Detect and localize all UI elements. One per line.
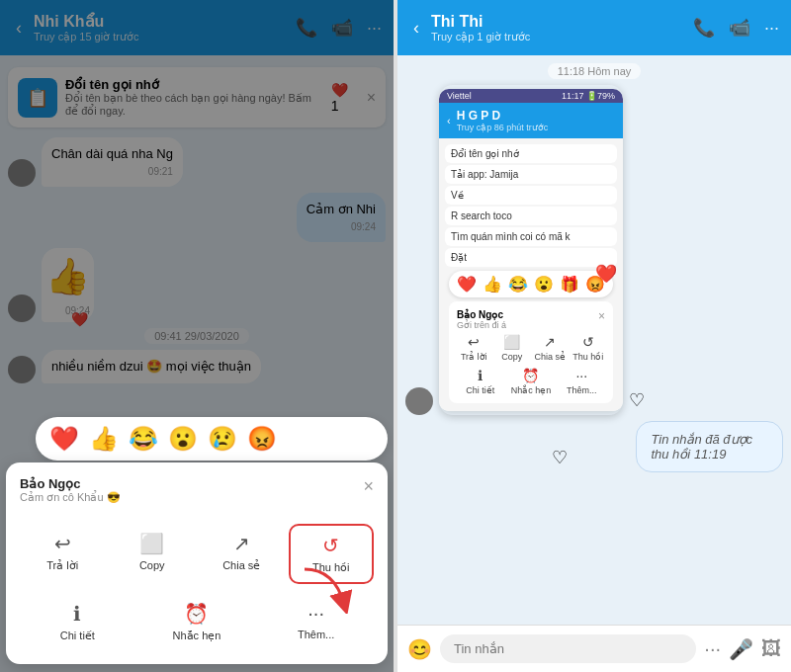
nested-notif-1: Đổi tên gọi nhớ — [445, 144, 617, 163]
nested-detail-icon: ℹ — [478, 368, 483, 383]
context-name: Bảo Ngọc — [20, 476, 121, 491]
nested-recall-icon: ↺ — [582, 334, 594, 350]
message-input[interactable] — [440, 634, 696, 663]
nested-status-bar: Viettel 11:17 🔋79% — [439, 89, 623, 103]
nested-body: Đổi tên gọi nhớ Tải app: Jamija Về R sea… — [439, 138, 623, 411]
nested-ctx-close: × — [598, 309, 605, 330]
share-icon: ↗ — [233, 532, 250, 555]
detail-label: Chi tiết — [60, 630, 95, 642]
nested-screenshot: Viettel 11:17 🔋79% ‹ H G P D Truy cập 86… — [439, 89, 623, 411]
emoji-button[interactable]: 😊 — [407, 637, 432, 661]
emoji-laugh[interactable]: 😂 — [129, 425, 158, 453]
right-contact-name: Thi Thi — [431, 13, 685, 31]
nested-emoji-5: 🎁 — [560, 275, 579, 294]
context-menu: Bảo Ngọc Cảm ơn cô Khẩu 😎 × ↩ Trả lời ⬜ … — [6, 462, 388, 664]
right-heart-icon: ♡ — [629, 389, 645, 411]
right-header-info: Thi Thi Truy cập 1 giờ trước — [431, 13, 685, 43]
right-heart-icon-2: ♡ — [552, 447, 568, 468]
nested-remind-icon: ⏰ — [522, 368, 539, 383]
nested-reply-btn: ↩ Trả lời — [457, 334, 491, 362]
emoji-wow[interactable]: 😮 — [168, 425, 198, 453]
nested-contact-info: H G P D Truy cập 86 phút trước — [457, 109, 549, 132]
emoji-angry[interactable]: 😡 — [247, 425, 277, 453]
nested-ctx-actions: ↩ Trả lời ⬜ Copy ↗ Chia sẻ — [457, 334, 605, 362]
nested-ctx-name: Bảo Ngọc — [457, 309, 506, 320]
nested-share-btn: ↗ Chia sẻ — [533, 334, 568, 362]
nested-reply-icon: ↩ — [468, 334, 480, 350]
nested-back: ‹ — [447, 115, 451, 126]
remind-label: Nhắc hẹn — [173, 630, 221, 642]
context-close-button[interactable]: × — [363, 476, 374, 497]
more-button[interactable]: ··· Thêm... — [258, 594, 374, 650]
nested-notif-3: Về — [445, 186, 617, 205]
left-chat-panel: ‹ Nhi Khẩu Truy cập 15 giờ trước 📞 📹 ···… — [0, 0, 394, 672]
nested-detail-label: Chi tiết — [466, 385, 494, 395]
nested-contact-status: Truy cập 86 phút trước — [457, 123, 549, 132]
right-chat-body: 11:18 Hôm nay Viettel 11:17 🔋79% ‹ — [397, 55, 791, 625]
share-label: Chia sẻ — [222, 559, 260, 572]
reply-button[interactable]: ↩ Trả lời — [20, 524, 106, 584]
right-video-icon[interactable]: 📹 — [729, 17, 750, 39]
right-avatar-left — [405, 387, 433, 415]
right-more-icon[interactable]: ··· — [764, 18, 779, 39]
right-contact-status: Truy cập 1 giờ trước — [431, 31, 685, 43]
dots-icon[interactable]: ··· — [704, 637, 721, 660]
nested-copy-btn: ⬜ Copy — [495, 334, 530, 362]
recalled-time: 11:19 — [694, 447, 727, 462]
share-button[interactable]: ↗ Chia sẻ — [199, 524, 285, 584]
nested-more-label: Thêm... — [567, 385, 597, 395]
right-input-bar: 😊 ··· 🎤 🖼 — [397, 625, 791, 672]
nested-remind-btn: ⏰ Nhắc hẹn — [507, 368, 554, 395]
nested-detail-btn: ℹ Chi tiết — [457, 368, 503, 395]
nested-notif-5: Tìm quán mình coi có mã k — [445, 227, 617, 246]
mic-icon[interactable]: 🎤 — [729, 637, 753, 661]
nested-contact-name: H G P D — [457, 109, 549, 123]
image-icon[interactable]: 🖼 — [761, 637, 781, 660]
emoji-reaction-bar[interactable]: ❤️ 👍 😂 😮 😢 😡 — [36, 417, 388, 461]
nested-reply-label: Trả lời — [461, 352, 487, 362]
nested-emoji-bar: ❤️ 👍 😂 😮 🎁 😡 ❤️ — [449, 271, 613, 297]
nested-recall-label: Thu hồi — [572, 352, 603, 362]
recall-icon: ↺ — [322, 534, 339, 557]
nested-emoji-3: 😂 — [508, 275, 528, 294]
recalled-message-row: Tin nhắn đã được thu hồi 11:19 ♡ — [405, 421, 783, 472]
nested-share-icon: ↗ — [544, 334, 556, 350]
right-back-button[interactable]: ‹ — [409, 16, 423, 41]
right-header: ‹ Thi Thi Truy cập 1 giờ trước 📞 📹 ··· — [397, 0, 791, 55]
right-date-separator: 11:18 Hôm nay — [548, 63, 642, 79]
emoji-heart[interactable]: ❤️ — [49, 425, 79, 453]
copy-icon: ⬜ — [139, 532, 164, 555]
nested-header: ‹ H G P D Truy cập 86 phút trước — [439, 103, 623, 138]
nested-notif-6: Đặt — [445, 248, 617, 267]
context-subtitle: Cảm ơn cô Khẩu 😎 — [20, 491, 121, 504]
more-icon: ··· — [308, 602, 324, 625]
copy-button[interactable]: ⬜ Copy — [110, 524, 196, 584]
right-chat-panel: ‹ Thi Thi Truy cập 1 giờ trước 📞 📹 ··· 1… — [397, 0, 791, 672]
nested-emoji-1: ❤️ — [457, 275, 477, 294]
detail-icon: ℹ — [73, 602, 81, 626]
nested-ctx-subtitle: Gởi trên đi á — [457, 320, 506, 330]
nested-time-battery: 11:17 🔋79% — [562, 91, 615, 101]
nested-share-label: Chia sẻ — [534, 352, 566, 362]
emoji-cry[interactable]: 😢 — [208, 425, 237, 453]
nested-emoji-2: 👍 — [483, 275, 502, 294]
right-call-icon[interactable]: 📞 — [693, 17, 715, 39]
remind-icon: ⏰ — [184, 602, 209, 626]
remind-button[interactable]: ⏰ Nhắc hẹn — [139, 594, 255, 650]
copy-label: Copy — [139, 559, 165, 571]
emoji-thumbs-up[interactable]: 👍 — [89, 425, 119, 453]
nested-notif-2: Tải app: Jamija — [445, 165, 617, 184]
detail-button[interactable]: ℹ Chi tiết — [20, 594, 135, 650]
nested-context-menu: Bảo Ngọc Gởi trên đi á × ↩ Trả lời — [449, 301, 613, 403]
context-secondary-row: ℹ Chi tiết ⏰ Nhắc hẹn ··· Thêm... — [20, 594, 374, 650]
nested-more-icon: ··· — [575, 368, 587, 383]
nested-recall-btn: ↺ Thu hồi — [571, 334, 606, 362]
context-actions-row: ↩ Trả lời ⬜ Copy ↗ Chia sẻ ↺ Thu hồi — [20, 524, 374, 584]
popup-container: ❤️ 👍 😂 😮 😢 😡 Bảo Ngọc Cảm ơn cô Khẩu 😎 ×… — [0, 413, 394, 672]
nested-notif-4: R search toco — [445, 207, 617, 225]
recall-button[interactable]: ↺ Thu hồi — [289, 524, 375, 584]
nested-copy-icon: ⬜ — [503, 334, 520, 350]
nested-selected-heart: ❤️ — [595, 263, 617, 285]
nested-remind-label: Nhắc hẹn — [511, 385, 552, 395]
reply-icon: ↩ — [54, 532, 71, 555]
